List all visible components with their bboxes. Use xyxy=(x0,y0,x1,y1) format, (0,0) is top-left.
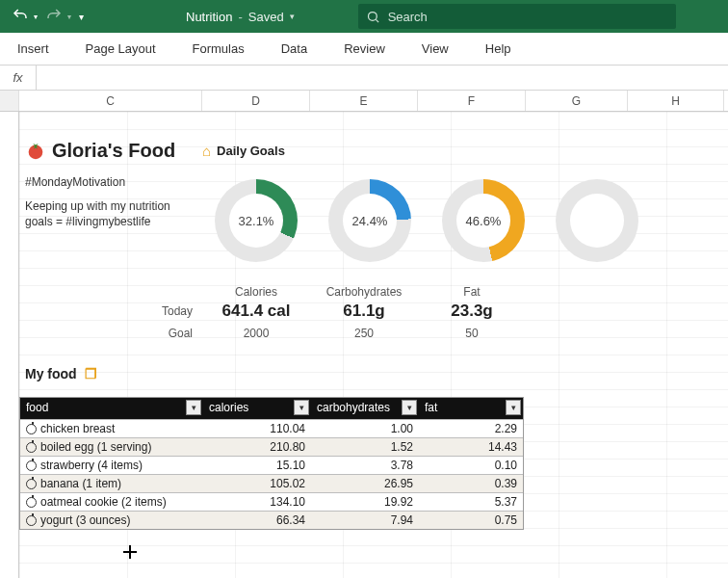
svg-point-0 xyxy=(368,12,377,20)
search-box[interactable] xyxy=(358,4,676,29)
filter-dropdown-icon[interactable]: ▾ xyxy=(402,400,417,415)
table-row[interactable]: boiled egg (1 serving)210.801.5214.43 xyxy=(20,437,523,456)
svg-line-1 xyxy=(376,19,378,22)
column-header[interactable]: G xyxy=(526,91,628,111)
today-label: Today xyxy=(19,304,202,318)
cell-calories[interactable]: 210.80 xyxy=(203,438,311,456)
today-fat: 23.3g xyxy=(418,302,526,321)
cell-carbs[interactable]: 3.78 xyxy=(311,457,419,474)
cell-fat[interactable]: 0.10 xyxy=(419,457,523,474)
cell-fat[interactable]: 14.43 xyxy=(419,438,523,456)
table-row[interactable]: banana (1 item)105.0226.950.39 xyxy=(20,474,523,492)
tab-insert[interactable]: Insert xyxy=(13,38,53,60)
redo-button[interactable] xyxy=(41,5,66,28)
undo-dropdown-icon[interactable]: ▾ xyxy=(34,13,38,21)
cell-fat[interactable]: 5.37 xyxy=(419,493,523,511)
metric-header: Calories xyxy=(202,285,310,299)
tab-view[interactable]: View xyxy=(418,38,453,60)
hashtag-text: #MondayMotivation xyxy=(25,175,196,189)
goal-icon: ⌂ xyxy=(202,143,211,159)
column-header[interactable]: H xyxy=(628,91,724,111)
tab-data[interactable]: Data xyxy=(277,38,311,60)
search-icon xyxy=(366,10,380,24)
filter-dropdown-icon[interactable]: ▾ xyxy=(294,400,309,415)
search-input[interactable] xyxy=(388,10,668,24)
filter-dropdown-icon[interactable]: ▾ xyxy=(506,400,521,415)
today-carbs: 61.1g xyxy=(310,302,418,321)
cell-calories[interactable]: 105.02 xyxy=(203,475,311,492)
today-calories: 641.4 cal xyxy=(202,302,310,321)
page-title-text: Gloria's Food xyxy=(52,140,175,162)
doc-name: Nutrition xyxy=(186,10,232,24)
cell-carbs[interactable]: 1.00 xyxy=(311,420,419,437)
fx-label[interactable]: fx xyxy=(0,66,37,90)
page-title: Gloria's Food xyxy=(19,140,202,162)
cell-carbs[interactable]: 7.94 xyxy=(311,512,419,529)
cell-food[interactable]: yogurt (3 ounces) xyxy=(20,512,203,529)
cell-calories[interactable]: 66.34 xyxy=(203,512,311,529)
undo-icon xyxy=(12,7,29,24)
cell-food[interactable]: chicken breast xyxy=(20,420,203,437)
cell-carbs[interactable]: 1.52 xyxy=(311,438,419,456)
table-row[interactable]: chicken breast110.041.002.29 xyxy=(20,419,523,437)
tab-page-layout[interactable]: Page Layout xyxy=(82,38,160,60)
cell-calories[interactable]: 110.04 xyxy=(203,420,311,437)
table-row[interactable]: oatmeal cookie (2 items)134.1019.925.37 xyxy=(20,492,523,511)
my-food-heading: My food ❐ xyxy=(25,366,97,381)
column-header[interactable]: F xyxy=(418,91,526,111)
cell-calories[interactable]: 15.10 xyxy=(203,457,311,474)
redo-dropdown-icon[interactable]: ▾ xyxy=(67,13,71,21)
tab-formulas[interactable]: Formulas xyxy=(189,38,248,60)
goal-label: Goal xyxy=(19,327,202,340)
cell-food[interactable]: strawberry (4 items) xyxy=(20,457,203,474)
redo-icon xyxy=(45,7,63,24)
document-title[interactable]: Nutrition - Saved ▾ xyxy=(186,10,295,24)
food-icon xyxy=(26,515,37,526)
formula-input[interactable] xyxy=(37,66,728,90)
tag-icon: ❐ xyxy=(85,366,97,381)
tab-help[interactable]: Help xyxy=(481,38,515,60)
undo-button[interactable] xyxy=(8,5,33,28)
donut-chart: 24.4% xyxy=(322,179,418,262)
table-row[interactable]: yogurt (3 ounces)66.347.940.75 xyxy=(20,511,523,529)
cell-calories[interactable]: 134.10 xyxy=(203,493,311,511)
cell-fat[interactable]: 0.75 xyxy=(419,512,523,529)
save-status: Saved xyxy=(248,10,284,24)
title-dropdown-icon[interactable]: ▾ xyxy=(290,12,295,21)
goal-carbs: 250 xyxy=(310,327,418,340)
daily-goals-heading: ⌂ Daily Goals xyxy=(202,143,337,159)
note-text: Keeping up with my nutrition goals = #li… xyxy=(25,198,196,229)
food-icon xyxy=(26,442,37,453)
tomato-icon xyxy=(25,140,46,161)
filter-dropdown-icon[interactable]: ▾ xyxy=(186,400,201,415)
food-icon xyxy=(26,460,37,471)
column-header[interactable]: E xyxy=(310,91,418,111)
tab-review[interactable]: Review xyxy=(340,38,389,60)
cell-food[interactable]: boiled egg (1 serving) xyxy=(20,438,203,456)
donut-charts: 32.1%24.4%46.6% xyxy=(208,179,645,262)
th-carbs: carbohydrates▾ xyxy=(311,398,419,419)
cell-food[interactable]: oatmeal cookie (2 items) xyxy=(20,493,203,511)
title-bar: ▾ ▾ ▾ Nutrition - Saved ▾ xyxy=(0,0,728,33)
column-header[interactable]: C xyxy=(19,91,202,111)
food-icon xyxy=(26,497,37,508)
cell-food[interactable]: banana (1 item) xyxy=(20,475,203,492)
donut-value: 46.6% xyxy=(456,194,510,248)
column-headers: C D E F G H xyxy=(0,91,728,112)
my-food-text: My food xyxy=(25,366,77,381)
goal-calories: 2000 xyxy=(202,327,310,340)
cell-carbs[interactable]: 19.92 xyxy=(311,493,419,511)
column-header[interactable]: D xyxy=(202,91,310,111)
cell-fat[interactable]: 2.29 xyxy=(419,420,523,437)
food-icon xyxy=(26,424,37,434)
motivation-block: #MondayMotivation Keeping up with my nut… xyxy=(19,171,202,233)
qat-customize-icon[interactable]: ▾ xyxy=(79,12,84,22)
table-row[interactable]: strawberry (4 items)15.103.780.10 xyxy=(20,456,523,474)
select-all-corner[interactable] xyxy=(0,91,19,111)
row-gutter[interactable] xyxy=(0,112,19,578)
donut-value: 24.4% xyxy=(343,194,397,248)
worksheet[interactable]: Gloria's Food ⌂ Daily Goals #MondayMotiv… xyxy=(0,112,728,578)
table-header-row: food▾ calories▾ carbohydrates▾ fat▾ xyxy=(20,398,523,419)
cell-carbs[interactable]: 26.95 xyxy=(311,475,419,492)
cell-fat[interactable]: 0.39 xyxy=(419,475,523,492)
